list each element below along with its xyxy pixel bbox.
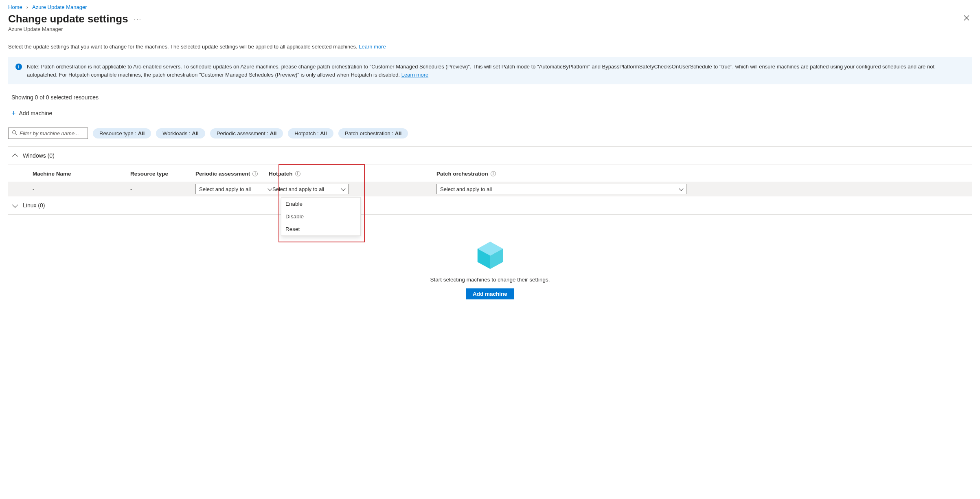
showing-count: Showing 0 of 0 selected resources [11, 94, 972, 101]
filter-hotpatch[interactable]: Hotpatch : All [288, 128, 333, 138]
search-icon [12, 130, 17, 136]
info-circle-icon: i [491, 171, 496, 176]
plus-icon: + [11, 110, 16, 117]
cell-resource-type: - [130, 186, 195, 192]
filter-periodic-assessment[interactable]: Periodic assessment : All [210, 128, 283, 138]
breadcrumb: Home › Azure Update Manager [8, 4, 972, 10]
hotpatch-dropdown[interactable]: Select and apply to all [269, 184, 349, 194]
col-resource-type: Resource type [130, 171, 195, 177]
section-linux-label: Linux (0) [23, 202, 45, 209]
page-title: Change update settings [8, 13, 128, 25]
chevron-down-icon [12, 202, 18, 207]
page-description: Select the update settings that you want… [8, 44, 972, 50]
table-row: - - Select and apply to all Select and a… [8, 182, 972, 196]
chevron-up-icon [12, 153, 18, 159]
section-windows-header[interactable]: Windows (0) [8, 147, 972, 165]
cube-icon [474, 239, 506, 271]
add-machine-label: Add machine [19, 110, 53, 117]
hotpatch-option-reset[interactable]: Reset [281, 223, 360, 235]
periodic-assessment-dropdown[interactable]: Select and apply to all [195, 184, 275, 194]
svg-line-1 [15, 134, 17, 135]
filter-workloads[interactable]: Workloads : All [156, 128, 205, 138]
info-learn-more-link[interactable]: Learn more [401, 72, 428, 78]
empty-state-text: Start selecting machines to change their… [430, 277, 550, 283]
chevron-down-icon [341, 186, 345, 191]
filter-patch-orchestration[interactable]: Patch orchestration : All [338, 128, 408, 138]
more-actions-button[interactable]: ··· [134, 15, 142, 23]
col-machine-name: Machine Name [33, 171, 130, 177]
hotpatch-option-enable[interactable]: Enable [281, 198, 360, 210]
empty-state: Start selecting machines to change their… [8, 215, 972, 299]
info-banner-text: Note: Patch orchestration is not applica… [27, 64, 934, 78]
add-machine-button[interactable]: Add machine [466, 288, 514, 299]
info-circle-icon: i [295, 171, 300, 176]
info-icon: i [15, 64, 22, 70]
patch-orchestration-dropdown[interactable]: Select and apply to all [436, 184, 686, 194]
hotpatch-dropdown-menu: Enable Disable Reset [281, 197, 361, 236]
breadcrumb-home[interactable]: Home [8, 4, 22, 10]
breadcrumb-separator: › [26, 4, 28, 10]
svg-point-0 [13, 131, 16, 134]
filter-resource-type[interactable]: Resource type : All [93, 128, 151, 138]
learn-more-link[interactable]: Learn more [359, 44, 386, 50]
filter-row: Resource type : All Workloads : All Peri… [8, 127, 972, 139]
search-input[interactable] [20, 130, 88, 136]
hotpatch-option-disable[interactable]: Disable [281, 210, 360, 223]
col-hotpatch: Hotpatch i [269, 171, 353, 177]
breadcrumb-parent[interactable]: Azure Update Manager [32, 4, 87, 10]
close-button[interactable] [961, 13, 972, 24]
table-column-headers: Machine Name Resource type Periodic asse… [8, 165, 972, 182]
chevron-down-icon [679, 186, 683, 191]
col-periodic: Periodic assessment i [195, 171, 269, 177]
col-patch-orchestration: Patch orchestration i [436, 171, 972, 177]
cell-machine-name: - [33, 186, 130, 192]
close-icon [964, 15, 969, 21]
windows-table: Machine Name Resource type Periodic asse… [8, 165, 972, 196]
section-linux-header[interactable]: Linux (0) [8, 196, 972, 215]
page-subtitle: Azure Update Manager [8, 26, 972, 32]
search-input-wrap[interactable] [8, 127, 88, 139]
info-banner: i Note: Patch orchestration is not appli… [8, 57, 972, 84]
section-windows-label: Windows (0) [23, 152, 55, 159]
add-machine-link[interactable]: + Add machine [11, 110, 972, 117]
info-circle-icon: i [252, 171, 258, 176]
